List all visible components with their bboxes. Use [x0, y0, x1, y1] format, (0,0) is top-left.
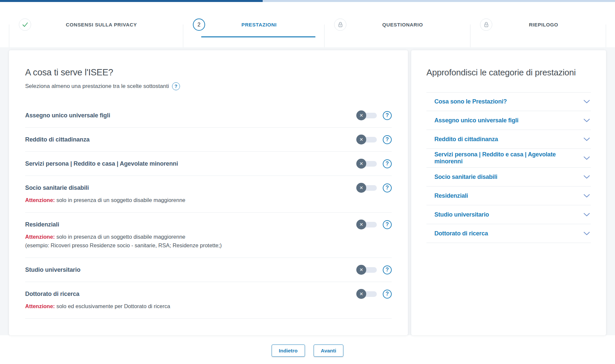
back-button[interactable]: Indietro — [272, 344, 305, 357]
help-icon[interactable]: ? — [383, 183, 392, 192]
chevron-down-icon — [583, 213, 590, 217]
accordion-item-socio-sanitarie[interactable]: Socio sanitarie disabili — [426, 168, 591, 186]
page-subtitle-text: Seleziona almeno una prestazione tra le … — [25, 83, 169, 90]
toggle-switch[interactable]: ✕ — [356, 220, 377, 229]
help-icon[interactable]: ? — [383, 220, 392, 229]
chevron-down-icon — [583, 194, 590, 198]
accordion-label: Reddito di cittadinanza — [434, 136, 583, 143]
stepper-step-prestazioni[interactable]: 2 PRESTAZIONI — [183, 2, 324, 47]
accordion-item-cosa-sono[interactable]: Cosa sono le Prestazioni? — [426, 92, 591, 111]
step-number-badge: 2 — [193, 19, 205, 31]
accordion-item-servizi-persona[interactable]: Servizi persona | Reddito e casa | Agevo… — [426, 149, 591, 168]
active-step-underline — [201, 36, 315, 38]
toggle-switch[interactable]: ✕ — [356, 289, 377, 299]
row-label: Assegno unico universale figli — [25, 112, 356, 119]
toggle-off-x-icon: ✕ — [356, 220, 366, 229]
chevron-down-icon — [583, 175, 590, 179]
prestazione-row-servizi-persona: Servizi persona | Reddito e casa | Agevo… — [25, 152, 392, 176]
prestazione-row-socio-sanitarie: Socio sanitarie disabili ✕ ? Attenzione:… — [25, 176, 392, 213]
accordion-item-assegno-unico[interactable]: Assegno unico universale figli — [426, 111, 591, 130]
accordion-label: Residenziali — [434, 192, 583, 199]
help-icon[interactable]: ? — [383, 111, 392, 120]
row-label: Studio universitario — [25, 266, 356, 273]
toggle-off-x-icon: ✕ — [356, 135, 366, 144]
toggle-off-x-icon: ✕ — [356, 110, 366, 120]
lock-icon — [480, 19, 492, 31]
stepper-step-riepilogo: RIEPILOGO — [470, 2, 606, 47]
accordion-label: Assegno unico universale figli — [434, 117, 583, 124]
next-button[interactable]: Avanti — [314, 344, 344, 357]
step-label: PRESTAZIONI — [205, 22, 324, 27]
help-icon[interactable]: ? — [383, 265, 392, 274]
note-text: (esempio: Ricoveri presso Residenze soci… — [25, 242, 392, 249]
step-label: RIEPILOGO — [492, 22, 606, 27]
accordion-label: Studio universitario — [434, 211, 583, 218]
subtitle-help-icon[interactable]: ? — [172, 82, 180, 90]
help-icon[interactable]: ? — [383, 135, 392, 144]
accordion-item-residenziali[interactable]: Residenziali — [426, 186, 591, 205]
prestazione-row-studio-universitario: Studio universitario ✕ ? — [25, 258, 392, 282]
toggle-switch[interactable]: ✕ — [356, 110, 377, 120]
toggle-off-x-icon: ✕ — [356, 183, 366, 193]
prestazione-row-reddito-cittadinanza: Reddito di cittadinanza ✕ ? — [25, 128, 392, 152]
toggle-off-x-icon: ✕ — [356, 265, 366, 275]
toggle-switch[interactable]: ✕ — [356, 265, 377, 275]
approfondimenti-card: Approfondisci le categorie di prestazion… — [411, 50, 606, 335]
stepper-step-consensi-sulla-privacy[interactable]: CONSENSI SULLA PRIVACY — [9, 2, 183, 47]
prestazioni-card: A cosa ti serve l'ISEE? Seleziona almeno… — [9, 50, 408, 335]
toggle-off-x-icon: ✕ — [356, 159, 366, 169]
chevron-down-icon — [583, 231, 590, 236]
row-label: Residenziali — [25, 221, 356, 228]
toggle-off-x-icon: ✕ — [356, 289, 366, 299]
chevron-down-icon — [583, 156, 590, 160]
row-label: Socio sanitarie disabili — [25, 184, 356, 191]
accordion-list: Cosa sono le Prestazioni? Assegno unico … — [426, 92, 591, 243]
accordion-item-reddito-cittadinanza[interactable]: Reddito di cittadinanza — [426, 130, 591, 149]
stepper: CONSENSI SULLA PRIVACY 2 PRESTAZIONI QUE… — [0, 2, 615, 47]
accordion-label: Cosa sono le Prestazioni? — [434, 98, 583, 105]
warning-prefix: Attenzione: — [25, 303, 55, 309]
help-icon[interactable]: ? — [383, 290, 392, 299]
row-label: Reddito di cittadinanza — [25, 136, 356, 143]
warning-text: Attenzione: solo ed esclusivamente per D… — [25, 303, 392, 309]
chevron-down-icon — [583, 137, 590, 142]
prestazione-row-residenziali: Residenziali ✕ ? Attenzione: solo in pre… — [25, 213, 392, 258]
warning-body: solo ed esclusivamente per Dottorato di … — [56, 303, 170, 309]
row-label: Servizi persona | Reddito e casa | Agevo… — [25, 160, 356, 167]
warning-body: solo in presenza di un soggetto disabile… — [56, 234, 185, 240]
page-title: A cosa ti serve l'ISEE? — [25, 67, 392, 78]
lock-icon — [334, 19, 346, 31]
warning-prefix: Attenzione: — [25, 197, 55, 203]
chevron-down-icon — [583, 100, 590, 104]
page-subtitle: Seleziona almeno una prestazione tra le … — [25, 82, 392, 90]
content-area: A cosa ti serve l'ISEE? Seleziona almeno… — [0, 47, 615, 335]
chevron-down-icon — [583, 118, 590, 123]
help-icon[interactable]: ? — [383, 159, 392, 168]
accordion-label: Dottorato di ricerca — [434, 230, 583, 237]
accordion-item-studio-universitario[interactable]: Studio universitario — [426, 205, 591, 224]
warning-prefix: Attenzione: — [25, 234, 55, 240]
warning-text: Attenzione: solo in presenza di un sogge… — [25, 234, 392, 240]
footer-actions: Indietro Avanti — [0, 335, 615, 364]
prestazioni-list: Assegno unico universale figli ✕ ? Reddi… — [25, 103, 392, 319]
accordion-label: Socio sanitarie disabili — [434, 174, 583, 181]
aside-title: Approfondisci le categorie di prestazion… — [426, 67, 591, 78]
accordion-label: Servizi persona | Reddito e casa | Agevo… — [434, 151, 583, 165]
warning-body: solo in presenza di un soggetto disabile… — [56, 197, 185, 203]
check-icon — [19, 19, 31, 31]
warning-text: Attenzione: solo in presenza di un sogge… — [25, 197, 392, 203]
prestazione-row-dottorato: Dottorato di ricerca ✕ ? Attenzione: sol… — [25, 282, 392, 319]
step-label: CONSENSI SULLA PRIVACY — [31, 22, 183, 27]
prestazione-row-assegno-unico: Assegno unico universale figli ✕ ? — [25, 103, 392, 128]
accordion-item-dottorato[interactable]: Dottorato di ricerca — [426, 224, 591, 243]
toggle-switch[interactable]: ✕ — [356, 183, 377, 193]
toggle-switch[interactable]: ✕ — [356, 159, 377, 169]
stepper-step-questionario: QUESTIONARIO — [324, 2, 470, 47]
step-label: QUESTIONARIO — [346, 22, 470, 27]
toggle-switch[interactable]: ✕ — [356, 135, 377, 144]
row-label: Dottorato di ricerca — [25, 291, 356, 298]
